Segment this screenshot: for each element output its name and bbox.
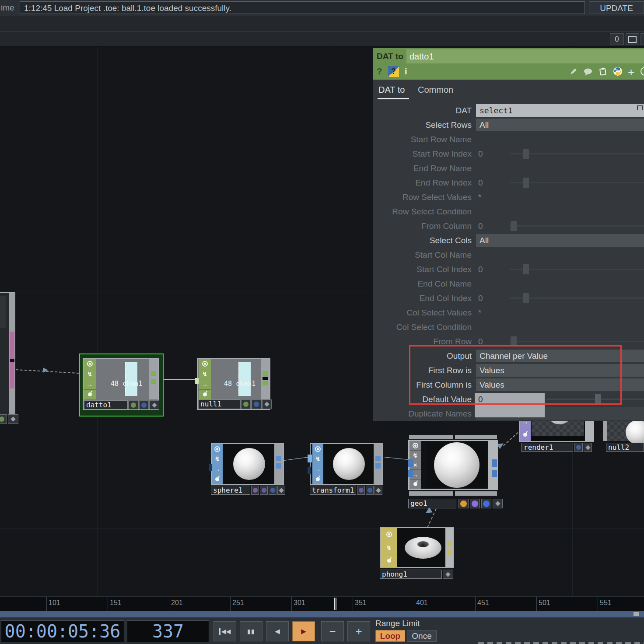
pane-split-button[interactable]: [640, 33, 644, 45]
bomb-icon[interactable]: [381, 554, 397, 567]
param-value[interactable]: 0: [478, 265, 483, 274]
loop-button[interactable]: Loop: [375, 630, 405, 642]
display-flag-button[interactable]: [260, 486, 268, 495]
node-phong1[interactable]: ↯: [380, 527, 454, 568]
increment-button[interactable]: +: [347, 621, 370, 641]
node-partial-left[interactable]: [0, 292, 15, 416]
mat-out-connector[interactable]: [447, 550, 452, 555]
jump-to-start-button[interactable]: ◀◀: [214, 621, 236, 641]
copy-parameters-icon[interactable]: [599, 67, 607, 78]
star-button[interactable]: [277, 486, 285, 495]
node-phong1-sidebar[interactable]: ↯: [381, 528, 397, 567]
bypass-toggle-button[interactable]: [574, 443, 583, 452]
play-button[interactable]: ▶: [292, 621, 315, 641]
star-button[interactable]: [150, 400, 159, 410]
add-icon[interactable]: +: [628, 66, 634, 79]
bomb-icon[interactable]: [520, 428, 531, 441]
param-value-field[interactable]: select1: [476, 104, 644, 117]
sop-out-connector[interactable]: [375, 463, 381, 469]
node-transform1-name[interactable]: transform1: [310, 486, 356, 495]
param-slider[interactable]: [510, 225, 644, 227]
once-button[interactable]: Once: [407, 630, 437, 642]
tab-common[interactable]: Common: [418, 85, 453, 95]
param-dropdown[interactable]: All: [476, 234, 644, 247]
pane-zero-button[interactable]: 0: [610, 33, 624, 45]
node-transform1[interactable]: ↯ →: [310, 443, 383, 485]
dat-out-connector[interactable]: [10, 332, 14, 359]
star-button[interactable]: [262, 399, 272, 409]
node-render1-name[interactable]: render1: [522, 443, 573, 452]
sop-out-connector[interactable]: [276, 456, 281, 461]
node-sphere1-name[interactable]: sphere1: [211, 486, 250, 495]
param-slider[interactable]: [510, 182, 644, 183]
display-flag-button[interactable]: [470, 499, 480, 508]
node-geo1-name[interactable]: geo1: [408, 499, 456, 508]
chop-out-connector[interactable]: [262, 371, 268, 376]
bomb-icon[interactable]: [212, 474, 223, 484]
comment-icon[interactable]: [584, 68, 592, 78]
op-name-field[interactable]: datto1: [406, 49, 644, 63]
bypass-toggle-button[interactable]: [481, 499, 491, 508]
bomb-icon[interactable]: [410, 480, 421, 489]
bomb-icon[interactable]: [312, 474, 323, 484]
param-dropdown[interactable]: All: [476, 119, 644, 131]
star-button[interactable]: [584, 443, 592, 452]
star-button[interactable]: [443, 570, 453, 579]
node-sphere1[interactable]: ↯ →: [211, 443, 284, 485]
param-slider[interactable]: [510, 341, 644, 342]
frame-display[interactable]: 337: [127, 620, 209, 642]
param-value[interactable]: *: [478, 308, 481, 318]
info-icon[interactable]: i: [405, 66, 407, 77]
param-slider[interactable]: [510, 298, 644, 299]
node-phong1-name[interactable]: phong1: [380, 570, 442, 579]
flash-icon[interactable]: ↯: [199, 369, 211, 380]
slider-handle[interactable]: [523, 264, 529, 274]
chop-out-connector[interactable]: [151, 379, 156, 384]
param-slider[interactable]: [510, 269, 644, 270]
sop-in-connector[interactable]: [308, 455, 312, 462]
comp-in-connector[interactable]: [408, 470, 413, 477]
arrow-icon[interactable]: →: [212, 464, 223, 474]
slider-handle[interactable]: [523, 178, 529, 188]
op-picker-icon[interactable]: [637, 105, 643, 110]
comp-in-connector[interactable]: [408, 459, 413, 467]
node-sphere1-sidebar[interactable]: ↯ →: [212, 444, 223, 484]
viewer-icon[interactable]: [312, 444, 323, 454]
node-null2-name[interactable]: null2: [606, 443, 644, 452]
viewer-icon[interactable]: [84, 359, 96, 369]
param-slider[interactable]: [510, 153, 644, 154]
bypass-toggle-button[interactable]: [252, 399, 261, 409]
viewer-icon[interactable]: [410, 441, 421, 451]
node-datto1-name[interactable]: datto1: [84, 400, 128, 410]
node-null1-name[interactable]: null1: [198, 399, 240, 409]
node-geo1[interactable]: ↯ × →: [408, 440, 498, 490]
param-value[interactable]: 0: [478, 294, 483, 303]
arrow-icon[interactable]: →: [312, 464, 323, 474]
slider-handle[interactable]: [523, 293, 529, 303]
mat-out-connector[interactable]: [447, 541, 452, 546]
step-back-button[interactable]: ◀: [266, 621, 289, 641]
comp-out-connector[interactable]: [492, 459, 497, 467]
chop-out-connector[interactable]: [151, 371, 156, 376]
star-button[interactable]: [374, 486, 382, 495]
display-flag-button[interactable]: [357, 486, 365, 495]
flash-icon[interactable]: ↯: [381, 541, 397, 554]
param-value[interactable]: *: [478, 192, 481, 202]
bypass-toggle-button[interactable]: [139, 400, 149, 410]
param-value[interactable]: 0: [478, 149, 483, 159]
pane-maximize-button[interactable]: [626, 33, 639, 45]
slider-handle[interactable]: [511, 221, 517, 231]
render-flag-button[interactable]: [458, 499, 469, 508]
playhead[interactable]: [334, 598, 336, 610]
sop-out-connector[interactable]: [375, 456, 381, 461]
python-help-icon[interactable]: ?: [388, 66, 399, 77]
flash-icon[interactable]: ↯: [410, 451, 421, 460]
bypass-toggle-button[interactable]: [269, 486, 276, 495]
arrow-icon[interactable]: →: [84, 379, 96, 390]
update-button[interactable]: UPDATE: [589, 1, 644, 14]
node-partial-viewer-button[interactable]: [0, 414, 7, 424]
sop-in-connector[interactable]: [308, 467, 311, 474]
slider-handle[interactable]: [523, 149, 529, 159]
node-partial-star-button[interactable]: [8, 414, 18, 424]
tab-dat-to[interactable]: DAT to: [378, 85, 405, 95]
